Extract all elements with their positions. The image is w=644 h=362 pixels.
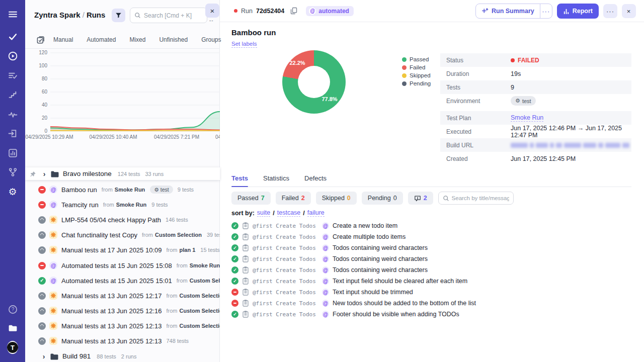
- filter-button[interactable]: [112, 9, 125, 22]
- filter-failed[interactable]: Failed2: [276, 192, 311, 205]
- run-status-dot: [234, 9, 237, 13]
- test-row[interactable]: @first Create Todos... @ Footer should b…: [231, 309, 631, 320]
- detail-row-executed: Executed Jun 17, 2025 12:46 PM → Jun 17,…: [440, 125, 631, 138]
- y-tick: 20: [26, 115, 47, 121]
- automated-icon: @: [309, 8, 316, 15]
- set-labels-link[interactable]: Set labels: [231, 41, 257, 48]
- runs-play-icon[interactable]: [7, 50, 18, 61]
- runs-panel: Zyntra Spark/Runs × -- Manual Automated …: [25, 0, 220, 362]
- test-row[interactable]: @first Create Todos... @ Todos containin…: [231, 253, 631, 264]
- filter-comments[interactable]: 2: [408, 192, 433, 205]
- chevron-right-icon[interactable]: ›: [41, 352, 47, 360]
- milestone-group-row[interactable]: › Bravo milestone 124 tests 33 runs: [25, 167, 220, 180]
- sort-by-testcase[interactable]: testcase: [277, 209, 301, 217]
- tab-statistics[interactable]: Statistics: [263, 174, 289, 187]
- failed-dot: [511, 58, 515, 62]
- legend-item-failed: Failed: [402, 63, 431, 71]
- run-details-table: Status FAILED Duration 19s Tests 9 Envir…: [440, 53, 631, 165]
- test-row[interactable]: @first Create Todos... @ Todos containin…: [231, 242, 631, 253]
- run-plan: Custom Selection: [179, 323, 220, 329]
- filter-pending[interactable]: Pending0: [362, 192, 403, 205]
- pulse-icon[interactable]: [7, 109, 18, 120]
- tests-search-input[interactable]: [452, 195, 509, 201]
- test-row[interactable]: @first Create Todos... @ Todos containin…: [231, 264, 631, 276]
- test-row[interactable]: @first Create Todos... @ Create multiple…: [231, 231, 631, 242]
- filter-passed[interactable]: Passed7: [231, 192, 271, 205]
- run-summary-button[interactable]: Run Summary: [476, 4, 540, 18]
- gear-icon: ⚙: [154, 187, 158, 193]
- sort-row: sort by: suite / testcase / failure: [231, 209, 325, 217]
- more-actions-button[interactable]: ···: [603, 4, 617, 18]
- runs-search-input[interactable]: [144, 12, 203, 19]
- run-row[interactable]: ✓ Manual tests at 13 Jun 2025 12:13 748 …: [25, 334, 220, 347]
- build-url-redacted[interactable]: [511, 143, 629, 148]
- run-row[interactable]: ✓ LMP-554 05/04 check Happy Path 146 tes…: [25, 213, 220, 226]
- tests-check-icon[interactable]: [7, 31, 18, 42]
- run-row[interactable]: ✓ Bamboo run from Smoke Run ⚙test 9 test…: [25, 183, 220, 196]
- test-status-icon: [231, 311, 238, 318]
- test-row[interactable]: @first Create Todos... @ Create a new to…: [231, 220, 631, 231]
- tab-groups[interactable]: Groups: [201, 36, 221, 43]
- pin-icon[interactable]: [30, 170, 36, 177]
- select-all-icon[interactable]: [36, 36, 45, 44]
- run-row[interactable]: ✓ Teamcity run from Smoke Run 9 tests: [25, 198, 220, 211]
- help-icon[interactable]: ?: [7, 304, 18, 315]
- tab-manual[interactable]: Manual: [53, 36, 73, 43]
- close-run-button[interactable]: ×: [622, 4, 636, 18]
- run-row[interactable]: ✓ Manual tests at 17 Jun 2025 10:09 from…: [25, 243, 220, 256]
- detail-row-build-url: Build URL: [440, 138, 631, 152]
- chevron-right-icon[interactable]: ›: [41, 170, 47, 178]
- plans-list-check-icon[interactable]: [7, 70, 18, 81]
- run-row[interactable]: ✓ Automated tests at 15 Jun 2025 15:01 f…: [25, 274, 220, 287]
- y-tick: 40: [26, 102, 47, 108]
- app-logo[interactable]: T: [7, 342, 18, 353]
- test-suite: @first Create Todos...: [253, 289, 316, 296]
- steps-icon[interactable]: [7, 89, 18, 100]
- import-icon[interactable]: [7, 128, 18, 139]
- app-sidebar: ⚙ ? T: [0, 0, 25, 362]
- run-plan: plan 1: [179, 247, 195, 253]
- breadcrumb-project[interactable]: Zyntra Spark: [34, 11, 80, 19]
- branches-icon[interactable]: [7, 166, 18, 177]
- panel-close-button[interactable]: ×: [205, 4, 219, 18]
- clipboard-icon: [243, 278, 249, 285]
- run-row[interactable]: ✓ Manual tests at 13 Jun 2025 12:16 from…: [25, 304, 220, 317]
- sort-by-suite[interactable]: suite: [257, 209, 270, 217]
- run-name: Manual tests at 13 Jun 2025 12:16: [61, 307, 162, 315]
- test-row[interactable]: @first Create Todos... @ Text input fiel…: [231, 276, 631, 287]
- menu-icon[interactable]: [7, 9, 18, 20]
- run-row[interactable]: ✓ Chat functinality test Copy from Custo…: [25, 228, 220, 241]
- run-summary-more-button[interactable]: ···: [540, 4, 552, 18]
- detail-row-created: Created Jun 17, 2025 12:45 PM: [440, 152, 631, 165]
- filter-skipped[interactable]: Skipped0: [316, 192, 357, 205]
- run-id: 72d52404: [256, 8, 284, 15]
- environment-tag: ⚙test: [511, 96, 536, 106]
- test-suite: @first Create Todos...: [253, 245, 316, 251]
- tab-defects[interactable]: Defects: [304, 174, 327, 187]
- settings-gear-icon[interactable]: ⚙: [7, 186, 18, 197]
- sort-by-failure[interactable]: failure: [307, 209, 325, 217]
- test-row[interactable]: @first Create Todos... @ Text input shou…: [231, 287, 631, 298]
- group-name: Build 981: [62, 352, 91, 360]
- milestone-group-row[interactable]: › Build 981 88 tests 2 runs: [25, 350, 220, 362]
- run-tests-count: 748 tests: [166, 338, 189, 344]
- tab-automated[interactable]: Automated: [87, 36, 116, 43]
- tab-tests[interactable]: Tests: [231, 174, 248, 187]
- test-plan-link[interactable]: Smoke Run: [511, 114, 543, 122]
- tab-unfinished[interactable]: Unfinished: [159, 36, 188, 43]
- panel-collapse-handle[interactable]: --: [209, 18, 214, 23]
- automated-badge[interactable]: @ automated: [306, 6, 354, 16]
- test-title: Create a new todo item: [333, 222, 397, 229]
- y-tick: 0: [26, 128, 47, 134]
- analytics-chart-icon[interactable]: [7, 147, 18, 158]
- projects-folder-icon[interactable]: [7, 322, 18, 333]
- run-row[interactable]: ✓ Manual tests at 13 Jun 2025 12:17 from…: [25, 289, 220, 302]
- run-row[interactable]: ✓ Automated tests at 15 Jun 2025 15:08 f…: [25, 259, 220, 272]
- report-button[interactable]: Report: [557, 4, 599, 19]
- test-row[interactable]: @first Create Todos... @ New todos shoul…: [231, 298, 631, 309]
- run-name: LMP-554 05/04 check Happy Path: [61, 216, 161, 224]
- run-row[interactable]: ✓ Manual tests at 13 Jun 2025 12:13 from…: [25, 319, 220, 332]
- tab-mixed[interactable]: Mixed: [129, 36, 145, 43]
- run-from-label: from: [142, 232, 153, 238]
- copy-icon[interactable]: [290, 7, 297, 15]
